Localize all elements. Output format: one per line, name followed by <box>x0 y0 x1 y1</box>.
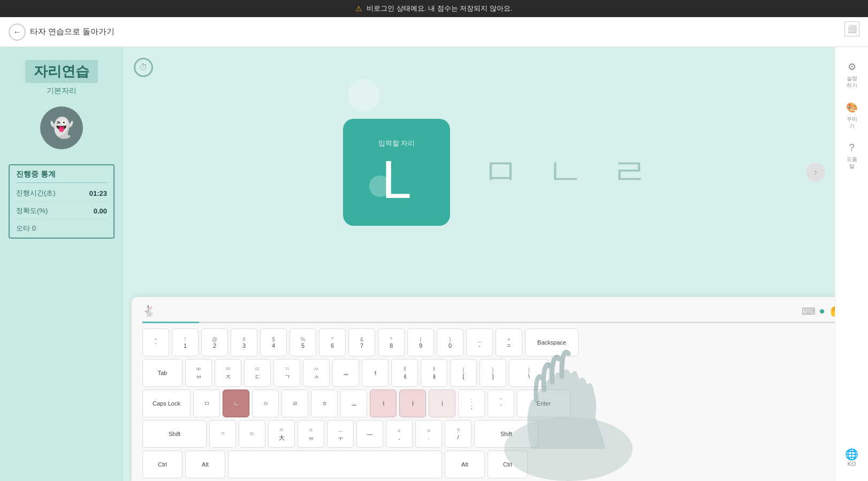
key-u[interactable]: ㅕ <box>362 359 389 387</box>
keyboard-row-3: Caps Lock ㅁ ㄴ ㅇ ㄹ ㅎ ㅗ ㅓ ㅏ ㅣ :; "' Enter <box>142 390 849 417</box>
key-capslock[interactable]: Caps Lock <box>142 390 191 417</box>
globe-icon: 🌐 <box>845 448 858 461</box>
key-semicolon[interactable]: :; <box>458 390 485 417</box>
keyboard[interactable]: ~` !1 @2 #3 $4 %5 ^6 &7 *8 (9 )0 _- += B… <box>142 329 849 478</box>
key-5[interactable]: %5 <box>290 329 316 356</box>
key-enter[interactable]: Enter <box>517 390 570 417</box>
maximize-button[interactable]: ⬜ <box>844 21 859 36</box>
notification-bar: ⚠ 비로그인 상태예요. 내 점수는 저장되지 않아요. <box>0 0 868 17</box>
key-p[interactable]: {[ <box>450 359 477 387</box>
practice-area: ⏱ 입력할 자리 L ㅁ ㄴ ㄹ › <box>123 47 868 297</box>
lesson-title: 자리연습 <box>25 60 98 83</box>
upcoming-char-1: ㅁ <box>482 147 520 197</box>
key-shift-right[interactable]: Shift <box>474 420 538 448</box>
key-b[interactable]: ㅡㅜ <box>327 420 354 448</box>
right-panel: ⏱ 입력할 자리 L ㅁ ㄴ ㄹ › 🐇 ⌨ ✋ <box>123 47 868 481</box>
key-s-target[interactable]: ㄴ <box>223 390 249 417</box>
key-h[interactable]: ㅗ <box>340 390 367 417</box>
key-space[interactable] <box>228 451 442 478</box>
gear-icon: ⚙ <box>848 61 856 73</box>
timer-icon: ⏱ <box>134 58 153 77</box>
upcoming-char-3: ㄹ <box>611 147 648 197</box>
deco-circle-2 <box>369 175 391 197</box>
key-shift-left[interactable]: Shift <box>142 420 207 448</box>
key-g[interactable]: ㅎ <box>311 390 338 417</box>
key-y[interactable]: ㅛ <box>332 359 359 387</box>
stat-label-accuracy: 정확도(%) <box>16 206 48 216</box>
window-controls: ⬜ <box>844 21 859 36</box>
key-r[interactable]: ㄲㄱ <box>273 359 300 387</box>
key-q[interactable]: ㅃㅂ <box>185 359 212 387</box>
stat-value-accuracy: 0.00 <box>94 207 107 215</box>
key-ctrl-left[interactable]: Ctrl <box>142 451 182 478</box>
sidebar: 자리연습 기본자리 👻 진행중 통계 진행시간(초) 01:23 정확도(%) … <box>0 47 123 481</box>
progress-bar <box>142 322 849 323</box>
key-j[interactable]: ㅓ <box>370 390 397 417</box>
help-icon: ? <box>849 142 854 154</box>
key-z[interactable]: ㅋ <box>209 420 236 448</box>
help-button[interactable]: ? 도움말 <box>844 137 859 175</box>
key-n[interactable]: — <box>356 420 383 448</box>
customize-button[interactable]: 🎨 꾸미기 <box>844 96 860 135</box>
key-a[interactable]: ㅁ <box>193 390 220 417</box>
key-2[interactable]: @2 <box>201 329 228 356</box>
key-backslash[interactable]: |\ <box>509 359 549 387</box>
key-minus[interactable]: _- <box>466 329 493 356</box>
errors-row: 오타 0 <box>16 224 107 233</box>
key-9[interactable]: (9 <box>407 329 434 356</box>
current-char-box: 입력할 자리 L <box>343 119 450 226</box>
key-backspace[interactable]: Backspace <box>525 329 578 356</box>
key-3[interactable]: #3 <box>231 329 257 356</box>
language-button[interactable]: 🌐 KO <box>843 442 861 472</box>
key-m[interactable]: <, <box>386 420 413 448</box>
key-i[interactable]: ㅖㅔ <box>391 359 418 387</box>
current-char-label: 입력할 자리 <box>378 139 415 148</box>
key-equals[interactable]: += <box>496 329 522 356</box>
customize-label: 꾸미기 <box>847 116 857 129</box>
settings-button[interactable]: ⚙ 설정하기 <box>844 56 859 94</box>
key-ctrl-right[interactable]: Ctrl <box>488 451 528 478</box>
key-4[interactable]: $4 <box>260 329 287 356</box>
key-period[interactable]: ?/ <box>445 420 471 448</box>
key-alt-right[interactable]: Alt <box>445 451 485 478</box>
key-1[interactable]: !1 <box>172 329 199 356</box>
back-button[interactable]: ← 타자 연습으로 돌아가기 <box>9 24 115 41</box>
key-v[interactable]: ㅍㅠ <box>298 420 324 448</box>
key-f[interactable]: ㄹ <box>281 390 308 417</box>
stats-box: 진행중 통계 진행시간(초) 01:23 정확도(%) 0.00 오타 0 <box>9 164 115 239</box>
key-bracket-open[interactable]: }] <box>479 359 506 387</box>
key-l[interactable]: ㅣ <box>429 390 455 417</box>
key-quote[interactable]: "' <box>488 390 514 417</box>
next-button[interactable]: › <box>806 163 825 182</box>
key-0[interactable]: )0 <box>437 329 463 356</box>
key-w[interactable]: ㅉㅈ <box>215 359 241 387</box>
key-6[interactable]: ^6 <box>319 329 346 356</box>
key-8[interactable]: *8 <box>378 329 405 356</box>
key-7[interactable]: &7 <box>348 329 375 356</box>
keyboard-area: 🐇 ⌨ ✋ ~` !1 @2 #3 $4 %5 <box>132 297 859 481</box>
keyboard-row-4: Shift ㅋ ㅌ ㅊ大 ㅍㅠ ㅡㅜ — <, >. ?/ Shift <box>142 420 849 448</box>
key-t[interactable]: ㅆㅅ <box>303 359 330 387</box>
errors-value: 0 <box>32 224 36 232</box>
key-o[interactable]: ㅒㅐ <box>421 359 447 387</box>
stats-title: 진행중 통계 <box>16 170 107 183</box>
key-e[interactable]: ㄸㄷ <box>244 359 271 387</box>
key-d[interactable]: ㅇ <box>252 390 279 417</box>
upcoming-chars: ㅁ ㄴ ㄹ <box>482 147 648 197</box>
key-c[interactable]: ㅊ大 <box>268 420 295 448</box>
key-x[interactable]: ㅌ <box>239 420 265 448</box>
key-k[interactable]: ㅏ <box>399 390 426 417</box>
palette-icon: 🎨 <box>846 102 858 113</box>
main-layout: 자리연습 기본자리 👻 진행중 통계 진행시간(초) 01:23 정확도(%) … <box>0 47 868 481</box>
key-alt-left[interactable]: Alt <box>185 451 225 478</box>
lesson-subtitle: 기본자리 <box>47 86 77 96</box>
progress-bar-fill <box>142 322 199 323</box>
help-label: 도움말 <box>847 156 857 170</box>
keyboard-row-1: ~` !1 @2 #3 $4 %5 ^6 &7 *8 (9 )0 _- += B… <box>142 329 849 356</box>
key-backtick[interactable]: ~` <box>142 329 169 356</box>
stat-label-time: 진행시간(초) <box>16 188 56 198</box>
stat-value-time: 01:23 <box>89 189 107 197</box>
key-tab[interactable]: Tab <box>142 359 182 387</box>
speed-indicator: 🐇 <box>142 304 156 317</box>
key-comma[interactable]: >. <box>415 420 442 448</box>
